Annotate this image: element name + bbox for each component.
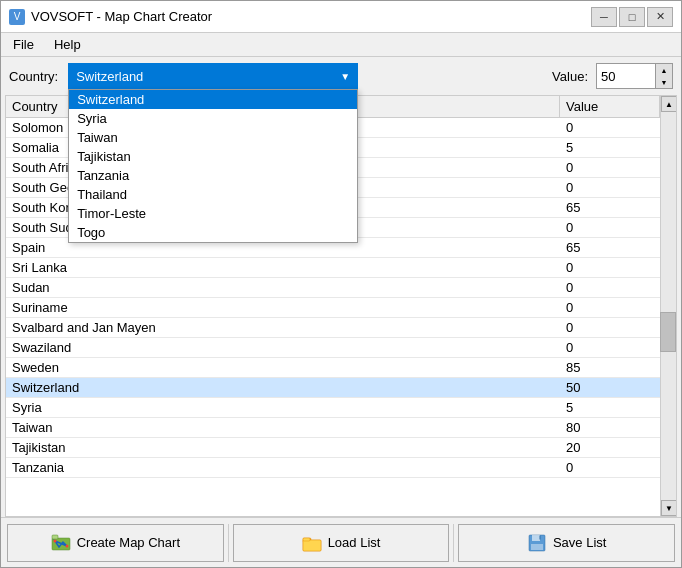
scrollbar-track (661, 112, 676, 500)
spin-down-button[interactable]: ▼ (656, 76, 672, 88)
cell-value: 0 (560, 318, 660, 337)
value-label: Value: (552, 69, 588, 84)
dropdown-item-timorleste[interactable]: Timor-Leste (69, 204, 357, 223)
cell-value: 5 (560, 398, 660, 417)
cell-value: 20 (560, 438, 660, 457)
title-controls: ─ □ ✕ (591, 7, 673, 27)
window-title: VOVSOFT - Map Chart Creator (31, 9, 212, 24)
cell-value: 0 (560, 258, 660, 277)
create-map-chart-label: Create Map Chart (77, 535, 180, 550)
save-list-button[interactable]: Save List (458, 524, 675, 562)
country-label: Country: (9, 69, 58, 84)
value-input[interactable] (596, 63, 656, 89)
table-row[interactable]: Taiwan 80 (6, 418, 660, 438)
table-row[interactable]: Syria 5 (6, 398, 660, 418)
country-dropdown[interactable]: Switzerland ▼ (68, 63, 358, 89)
create-map-chart-button[interactable]: Create Map Chart (7, 524, 224, 562)
load-list-label: Load List (328, 535, 381, 550)
scrollbar-thumb[interactable] (660, 312, 676, 352)
menu-bar: File Help (1, 33, 681, 57)
create-map-icon (51, 533, 71, 553)
cell-country: Taiwan (6, 418, 560, 437)
scroll-up-button[interactable]: ▲ (661, 96, 677, 112)
cell-country: Sri Lanka (6, 258, 560, 277)
minimize-button[interactable]: ─ (591, 7, 617, 27)
cell-country: Sweden (6, 358, 560, 377)
table-row[interactable]: Sri Lanka 0 (6, 258, 660, 278)
cell-value: 0 (560, 118, 660, 137)
table-row[interactable]: Sudan 0 (6, 278, 660, 298)
cell-value: 65 (560, 198, 660, 217)
dropdown-item-thailand[interactable]: Thailand (69, 185, 357, 204)
cell-country: Syria (6, 398, 560, 417)
folder-open-icon (302, 533, 322, 553)
scroll-down-button[interactable]: ▼ (661, 500, 677, 516)
svg-point-2 (53, 539, 56, 542)
dropdown-list: Switzerland Syria Taiwan Tajikistan Tanz… (68, 89, 358, 243)
maximize-button[interactable]: □ (619, 7, 645, 27)
svg-rect-11 (531, 544, 543, 550)
menu-help[interactable]: Help (46, 35, 89, 54)
value-section: Value: ▲ ▼ (552, 63, 673, 89)
svg-rect-10 (532, 535, 540, 541)
save-list-label: Save List (553, 535, 606, 550)
dropdown-item-syria[interactable]: Syria (69, 109, 357, 128)
divider-2 (453, 524, 454, 562)
title-bar-left: V VOVSOFT - Map Chart Creator (9, 9, 212, 25)
app-icon: V (9, 9, 25, 25)
table-scrollbar[interactable]: ▲ ▼ (660, 96, 676, 516)
column-header-value: Value (560, 96, 660, 117)
cell-value: 85 (560, 358, 660, 377)
bottom-bar: Create Map Chart Load List (1, 517, 681, 567)
table-row[interactable]: Tajikistan 20 (6, 438, 660, 458)
cell-value: 0 (560, 458, 660, 477)
table-row[interactable]: Sweden 85 (6, 358, 660, 378)
title-bar: V VOVSOFT - Map Chart Creator ─ □ ✕ (1, 1, 681, 33)
spin-up-button[interactable]: ▲ (656, 64, 672, 76)
cell-value: 5 (560, 138, 660, 157)
table-row[interactable]: Svalbard and Jan Mayen 0 (6, 318, 660, 338)
table-row[interactable]: Suriname 0 (6, 298, 660, 318)
cell-country: Tanzania (6, 458, 560, 477)
cell-value: 80 (560, 418, 660, 437)
cell-country: Swaziland (6, 338, 560, 357)
dropdown-item-togo[interactable]: Togo (69, 223, 357, 242)
svg-rect-7 (303, 540, 321, 551)
svg-rect-12 (539, 535, 541, 539)
cell-country: Tajikistan (6, 438, 560, 457)
cell-value: 0 (560, 178, 660, 197)
close-button[interactable]: ✕ (647, 7, 673, 27)
country-select-wrapper: Switzerland ▼ Switzerland Syria Taiwan T… (68, 63, 358, 89)
svg-point-3 (65, 544, 68, 547)
dropdown-arrow-icon: ▼ (340, 71, 350, 82)
save-icon (527, 533, 547, 553)
cell-country: Switzerland (6, 378, 560, 397)
cell-value: 0 (560, 338, 660, 357)
toolbar: Country: Switzerland ▼ Switzerland Syria… (1, 57, 681, 95)
dropdown-item-tanzania[interactable]: Tanzania (69, 166, 357, 185)
dropdown-item-switzerland[interactable]: Switzerland (69, 90, 357, 109)
cell-value: 0 (560, 278, 660, 297)
svg-rect-8 (303, 538, 310, 541)
dropdown-item-tajikistan[interactable]: Tajikistan (69, 147, 357, 166)
table-row[interactable]: Swaziland 0 (6, 338, 660, 358)
cell-country: Sudan (6, 278, 560, 297)
divider-1 (228, 524, 229, 562)
table-row[interactable]: Tanzania 0 (6, 458, 660, 478)
cell-value: 0 (560, 218, 660, 237)
value-spinner: ▲ ▼ (656, 63, 673, 89)
menu-file[interactable]: File (5, 35, 42, 54)
cell-value: 65 (560, 238, 660, 257)
value-input-wrapper: ▲ ▼ (596, 63, 673, 89)
svg-rect-4 (52, 535, 58, 539)
dropdown-item-taiwan[interactable]: Taiwan (69, 128, 357, 147)
cell-value: 0 (560, 158, 660, 177)
table-row-highlighted[interactable]: Switzerland 50 (6, 378, 660, 398)
cell-value: 0 (560, 298, 660, 317)
cell-value: 50 (560, 378, 660, 397)
load-list-button[interactable]: Load List (233, 524, 450, 562)
cell-country: Suriname (6, 298, 560, 317)
selected-country-text: Switzerland (76, 69, 143, 84)
main-window: V VOVSOFT - Map Chart Creator ─ □ ✕ File… (0, 0, 682, 568)
cell-country: Svalbard and Jan Mayen (6, 318, 560, 337)
